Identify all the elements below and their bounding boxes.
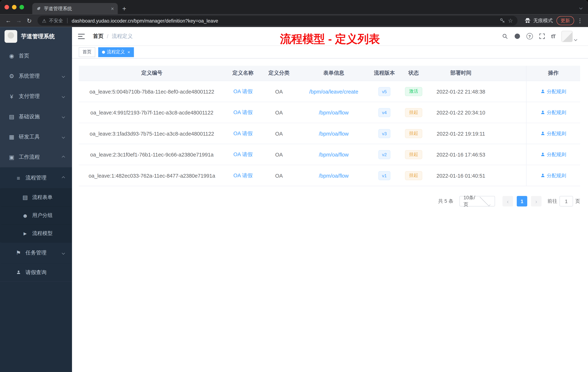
browser-menu-icon[interactable]: ⋮	[577, 17, 583, 24]
incognito-icon	[524, 17, 531, 24]
browser-toolbar: ← → ↻ ⚠ 不安全 dashboard.yudao.iocoder.cn/b…	[0, 14, 588, 27]
definition-name-link[interactable]: OA 请假	[233, 151, 253, 158]
sidebar-item-payment-mgmt[interactable]: ¥ 支付管理	[0, 86, 72, 107]
assign-rule-link[interactable]: 分配规则	[540, 172, 566, 179]
infrastructure-icon: ▤	[8, 113, 16, 120]
new-tab-button[interactable]: +	[122, 3, 126, 14]
bookmark-star-icon[interactable]: ☆	[508, 17, 513, 24]
sidebar-item-process-mgmt[interactable]: ≡ 流程管理	[0, 167, 72, 188]
table-row: oa_leave:2:3c1f0ef1-76b1-11ec-9c66-a2380…	[79, 144, 580, 165]
sidebar-item-workflow[interactable]: ▣ 工作流程	[0, 147, 72, 167]
model-icon: ▶	[21, 231, 29, 236]
tab-title: 芋道管理系统	[44, 5, 108, 12]
address-bar[interactable]: ⚠ 不安全 dashboard.yudao.iocoder.cn/bpm/man…	[37, 16, 517, 26]
breadcrumb-home[interactable]: 首页	[93, 33, 104, 40]
search-icon[interactable]	[502, 33, 508, 40]
security-label: 不安全	[49, 17, 63, 24]
user-avatar-wrap[interactable]	[561, 31, 577, 42]
browser-tab[interactable]: 芋道管理系统 ×	[32, 3, 118, 14]
form-info-link[interactable]: /bpm/oa/flow	[319, 173, 349, 178]
tag-home[interactable]: 首页	[79, 47, 95, 57]
pagination: 共 5 条 10条/页 ‹ 1 › 前往 页	[79, 196, 580, 207]
assign-rule-link[interactable]: 分配规则	[540, 130, 566, 137]
form-info-link[interactable]: /bpm/oa/leave/create	[309, 88, 358, 94]
avatar[interactable]	[561, 31, 573, 42]
table-body: oa_leave:5:004b710b-7b8a-11ec-8ef0-acde4…	[79, 81, 580, 186]
back-button[interactable]: ←	[3, 15, 14, 26]
sidebar-item-process-form[interactable]: ▤ 流程表单	[0, 188, 72, 206]
logo-title: 芋道管理系统	[21, 33, 55, 40]
chevron-down-icon	[62, 251, 65, 255]
sidebar-item-home[interactable]: ◉ 首页	[0, 46, 72, 66]
person-icon	[540, 110, 545, 115]
help-icon[interactable]: ?	[526, 33, 533, 40]
goto-page-input[interactable]	[559, 196, 573, 207]
col-header-action: 操作	[526, 66, 580, 81]
chevron-down-icon	[62, 95, 65, 98]
sidebar-item-process-model[interactable]: ▶ 流程模型	[0, 224, 72, 242]
chevron-down-icon	[62, 115, 65, 119]
definition-name-link[interactable]: OA 请假	[233, 130, 253, 137]
cell-category: OA	[261, 102, 297, 123]
task-icon: ⚑	[14, 250, 22, 256]
close-window-button[interactable]	[5, 5, 9, 10]
form-info-link[interactable]: /bpm/oa/flow	[319, 131, 349, 136]
person-icon	[540, 173, 545, 178]
assign-rule-link[interactable]: 分配规则	[540, 151, 566, 158]
sidebar-logo[interactable]: 芋道管理系统	[0, 27, 72, 46]
assign-rule-link[interactable]: 分配规则	[540, 88, 566, 95]
avatar-dropdown-caret-icon[interactable]	[574, 38, 577, 41]
cell-category: OA	[261, 81, 297, 102]
sidebar-item-infrastructure[interactable]: ▤ 基础设施	[0, 107, 72, 127]
sidebar-item-user-group[interactable]: ☻ 用户分组	[0, 206, 72, 224]
col-header-id: 定义编号	[79, 66, 225, 81]
goto-prefix: 前往	[547, 198, 557, 205]
chrome-update-button[interactable]: 更新	[556, 16, 574, 25]
tab-search-chevron-icon[interactable]	[580, 4, 582, 11]
url-text[interactable]: dashboard.yudao.iocoder.cn/bpm/manager/d…	[72, 18, 497, 23]
sidebar-item-system-mgmt[interactable]: ⚙ 系统管理	[0, 66, 72, 86]
status-badge: 挂起	[405, 129, 422, 138]
cell-deploy-time: 2022-01-22 19:19:11	[429, 123, 493, 144]
prev-page-button[interactable]: ‹	[503, 196, 513, 207]
cell-deploy-time: 2022-01-16 01:40:51	[429, 165, 493, 186]
cell-category: OA	[261, 123, 297, 144]
gear-icon: ⚙	[8, 73, 16, 79]
sidebar-item-leave-query[interactable]: 请假查询	[0, 263, 72, 282]
minimize-window-button[interactable]	[12, 5, 17, 10]
password-key-icon[interactable]	[499, 18, 505, 24]
cell-category: OA	[261, 144, 297, 165]
cell-category: OA	[261, 165, 297, 186]
tag-process-definition[interactable]: 流程定义 ×	[98, 47, 134, 57]
reload-button[interactable]: ↻	[24, 15, 34, 26]
form-info-link[interactable]: /bpm/oa/flow	[319, 109, 349, 115]
fullscreen-icon[interactable]	[539, 33, 545, 40]
definition-name-link[interactable]: OA 请假	[233, 172, 253, 179]
version-badge: v1	[378, 171, 390, 180]
tag-close-icon[interactable]: ×	[127, 49, 130, 55]
navbar-actions: ? tT	[502, 31, 588, 42]
url-divider	[67, 18, 68, 23]
table-row: oa_leave:4:991f2193-7b7f-11ec-a3c8-acde4…	[79, 102, 580, 123]
forward-button[interactable]: →	[13, 15, 24, 26]
version-badge: v4	[378, 108, 390, 117]
page-title-annotation: 流程模型 - 定义列表	[280, 32, 380, 47]
form-info-link[interactable]: /bpm/oa/flow	[319, 152, 349, 157]
assign-rule-link[interactable]: 分配规则	[540, 109, 566, 116]
sidebar-item-dev-tools[interactable]: ▦ 研发工具	[0, 127, 72, 147]
tab-close-icon[interactable]: ×	[111, 6, 114, 11]
font-size-icon[interactable]: tT	[551, 33, 555, 39]
definition-name-link[interactable]: OA 请假	[233, 88, 253, 95]
version-badge: v2	[378, 150, 390, 159]
sidebar-toggle-icon[interactable]	[78, 34, 85, 39]
tags-view: 首页 流程定义 ×	[72, 46, 588, 59]
next-page-button[interactable]: ›	[531, 196, 542, 207]
dashboard-icon: ◉	[8, 53, 16, 59]
person-icon	[540, 131, 545, 136]
page-number-button[interactable]: 1	[517, 196, 527, 207]
page-size-select[interactable]: 10条/页	[460, 196, 495, 207]
definition-name-link[interactable]: OA 请假	[233, 109, 253, 116]
github-icon[interactable]	[514, 33, 520, 40]
sidebar-item-task-mgmt[interactable]: ⚑ 任务管理	[0, 242, 72, 263]
zoom-window-button[interactable]	[20, 5, 24, 10]
